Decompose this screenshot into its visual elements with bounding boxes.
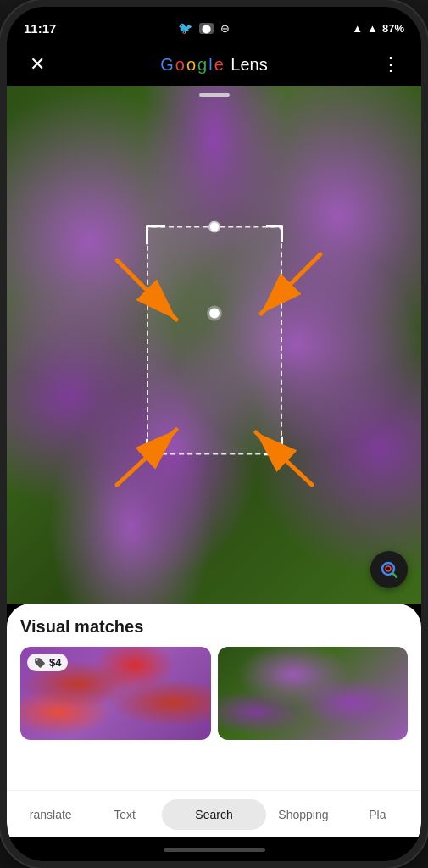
lens-search-button[interactable] [370,551,408,588]
more-icon: ⋮ [381,53,400,75]
status-app-icons: 🐦 ⬤ ⊕ [178,21,230,35]
tab-translate[interactable]: ranslate [14,791,87,837]
lens-word: Lens [226,55,268,75]
bottom-sheet: Visual matches $4 [7,604,421,790]
tab-places[interactable]: Pla [341,791,414,837]
svg-point-7 [386,566,391,571]
drag-indicator [199,93,230,97]
signal-icon: ▲ [367,22,378,35]
visual-matches-title: Visual matches [20,617,408,637]
google-e: e [214,55,224,75]
phone-frame: 11:17 🐦 ⬤ ⊕ ▲ ▲ 87% ✕ G o o g l [0,0,428,868]
ring-icon: ⬤ [199,23,214,34]
bottom-tabs: ranslate Text Search Shopping Pla [7,790,421,837]
wifi-icon: ▲ [352,22,363,35]
google-o2: o [186,55,196,75]
google-icon: ⊕ [220,22,230,35]
price-badge: $4 [27,654,68,671]
screen: 11:17 🐦 ⬤ ⊕ ▲ ▲ 87% ✕ G o o g l [7,7,421,861]
battery-indicator: 87% [382,22,404,35]
home-indicator [7,837,421,861]
lens-header: ✕ G o o g l e Lens ⋮ [7,42,421,86]
status-time: 11:17 [24,21,56,36]
tab-shopping[interactable]: Shopping [266,791,340,837]
matches-grid: $4 [20,647,408,740]
price-value: $4 [49,656,61,669]
selection-center-dot [209,309,220,319]
tag-icon [34,657,46,669]
close-button[interactable]: ✕ [20,47,54,81]
camera-background [7,86,421,604]
svg-line-6 [392,573,397,577]
google-g2: g [197,55,207,75]
viewfinder[interactable] [7,86,421,604]
lens-title: G o o g l e Lens [160,55,267,75]
twitter-icon: 🐦 [178,21,192,35]
tab-search[interactable]: Search [162,799,266,830]
match-card-2[interactable] [218,647,409,740]
match-card-image-2 [218,647,409,740]
google-o1: o [175,55,185,75]
lens-search-icon [379,559,399,580]
corner-handle-bl [146,439,163,456]
corner-handle-tr [266,225,283,242]
status-bar: 11:17 🐦 ⬤ ⊕ ▲ ▲ 87% [7,7,421,42]
match-card-1[interactable]: $4 [20,647,211,740]
close-icon: ✕ [30,53,45,75]
more-options-button[interactable]: ⋮ [374,47,408,81]
google-g: G [160,55,174,75]
tab-text[interactable]: Text [87,791,161,837]
drag-handle-top[interactable] [208,221,220,233]
google-l: l [208,55,212,75]
status-right-icons: ▲ ▲ 87% [352,22,404,35]
home-bar [164,848,265,852]
selection-box[interactable] [147,226,282,455]
